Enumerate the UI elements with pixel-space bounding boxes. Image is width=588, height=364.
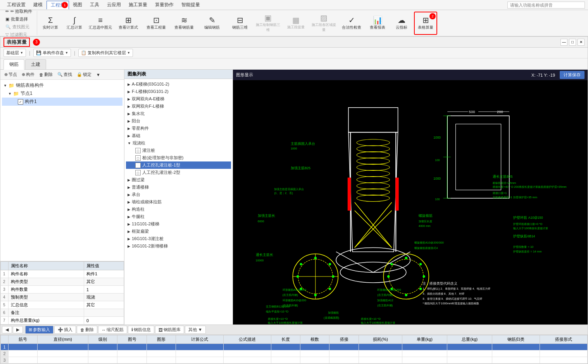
image-list-item[interactable]: ▶ F-L楼梯(03G101-2) (126, 88, 231, 95)
svg-text:5、插筋分段搭接  6、其他  7、对焊: 5、插筋分段搭接 6、其他 7、对焊 (422, 292, 464, 295)
image-list[interactable]: ▶ A-E楼梯(03G101-2) ▶ F-L楼梯(03G101-2) ▶ 双网… (124, 79, 233, 325)
construction-rebar-3d-button[interactable]: ▣ 施工绘制钢筋三维 (254, 12, 281, 35)
component-store-button[interactable]: 💾 单构件存盘 ▼ (33, 49, 71, 57)
lock-tree-button[interactable]: 🔒 锁定 (75, 71, 93, 78)
image-list-item[interactable]: ▶ 双网双向A-E楼梯 (126, 95, 231, 103)
menu-quantity-collab[interactable]: 算量协作 (151, 1, 178, 9)
window-titlebar: 表格算量 3 — □ ✕ (0, 36, 588, 47)
function-search-input[interactable] (507, 2, 585, 9)
svg-point-45 (419, 263, 422, 265)
image-list-item[interactable]: ▶ 承台 (126, 191, 231, 198)
menu-tools[interactable]: 工具 (86, 1, 103, 9)
delete-tree-button[interactable]: 🗑 删除 (38, 71, 54, 78)
menu-smart-quantity[interactable]: 智能提量 (178, 1, 204, 9)
maximize-button[interactable]: □ (569, 39, 576, 46)
image-list-item[interactable]: ▶ 普通楼梯 (126, 184, 231, 191)
realtime-calc-button[interactable]: Σ 实时计算 (39, 12, 62, 35)
image-list-item[interactable]: ▼ 现浇柱 (126, 139, 231, 147)
find-element-button[interactable]: 🔍 查找图元 (4, 24, 34, 30)
summary-calc-button[interactable]: ∫ 汇总计算 (63, 12, 86, 35)
close-button[interactable]: ✕ (578, 39, 585, 46)
image-list-item[interactable]: ▶ 16G101-2新增楼梯 (126, 242, 231, 250)
section-region-label: 施工段各区域提量 (310, 22, 337, 33)
summary-selected-button[interactable]: ≡ 汇总选中图元 (87, 12, 114, 35)
image-list-title: 图集列表 (124, 70, 233, 79)
more-tree-button[interactable]: ▼ (95, 72, 102, 78)
nav-next-button[interactable]: ▶ (13, 326, 23, 333)
table-row[interactable]: 1 (1, 344, 588, 350)
image-list-item[interactable]: ▶ 集水坑 (126, 110, 231, 117)
section-quantity-button[interactable]: ▦ 施工段提量 (282, 12, 309, 35)
calc-save-button[interactable]: 计算保存 (560, 71, 585, 79)
rebar-info-button[interactable]: ℹ 钢筋信息 (128, 326, 154, 334)
image-list-item[interactable]: ▶ 墙柱或砌体拉筋 (126, 198, 231, 206)
tab-civil[interactable]: 土建 (25, 59, 46, 69)
image-list-item[interactable]: ▶ 11G101-2楼梯 (126, 220, 231, 228)
menu-modeling[interactable]: 建模 (29, 1, 47, 9)
image-list-item[interactable]: ▶ 零星构件 (126, 125, 231, 132)
view-quantity-button[interactable]: ⊡ 查看工程量 (143, 12, 170, 35)
menu-view[interactable]: 视图 (69, 1, 86, 9)
image-list-item[interactable]: ▶ 圈过梁 (126, 176, 231, 184)
image-list-item[interactable]: □ 人工挖孔灌注桩-2型 (126, 169, 231, 176)
tree-area[interactable]: ▼ 📁 钢筋表格构件 ▼ 📁 节点1 ✓ 构件1 (0, 80, 124, 261)
table-row[interactable]: 3 (1, 357, 588, 364)
add-component-button[interactable]: ⊕ 构件 (20, 71, 36, 78)
table-row[interactable]: 2 (1, 350, 588, 357)
nav-prev-button[interactable]: ◀ (2, 326, 12, 333)
scale-rebar-button[interactable]: ↔ 缩尺配筋 (98, 326, 127, 334)
image-list-item[interactable]: ▶ 牛腿柱 (126, 213, 231, 220)
menu-construction-calc[interactable]: 施工算量 (125, 1, 151, 9)
tree-root[interactable]: ▼ 📁 钢筋表格构件 (2, 81, 122, 89)
floor-selector[interactable]: 基础层 ▼ (3, 49, 26, 57)
view-formula-button[interactable]: ⊞ 查看计算式 (115, 12, 142, 35)
tree-arrow-node1: ▼ (8, 92, 12, 96)
delete-row-button[interactable]: 🗑 删除 (77, 326, 97, 334)
svg-text:加密区长度: 加密区长度 (419, 220, 432, 223)
pick-component-button[interactable]: ✏ ✏ 拾取构件 (4, 8, 34, 15)
rebar-library-button[interactable]: 🖼 钢筋图库 (155, 326, 184, 334)
section-region-button[interactable]: ▨ 施工段各区域提量 (310, 12, 337, 35)
menu-engineering-quantity[interactable]: 工程量 1 (47, 1, 69, 9)
tabs-row: 钢筋 土建 (0, 58, 588, 70)
image-list-item[interactable]: ▶ 阳台 (126, 117, 231, 125)
batch-select-button[interactable]: ▣ 批量选择 (4, 16, 34, 22)
list-arrow: ▶ (128, 134, 130, 138)
menu-engineering-settings[interactable]: 工程设置 (3, 1, 29, 9)
image-list-item[interactable]: ▶ 16G101-3灌注桩 (126, 235, 231, 242)
tree-component1[interactable]: ✓ 构件1 (2, 98, 122, 106)
tab-rebar[interactable]: 钢筋 (3, 59, 24, 70)
col-formula-desc: 公式描述 (223, 335, 271, 344)
find-tree-button[interactable]: 🔍 查找 (56, 71, 74, 78)
other-button[interactable]: 其他 ▼ (185, 326, 206, 334)
param-input-button[interactable]: ⊞ 参数输入 (25, 326, 53, 334)
edit-rebar-button[interactable]: ✎ 编辑钢筋 (198, 12, 226, 35)
minimize-button[interactable]: — (560, 39, 567, 46)
add-node-button[interactable]: ⊕ 节点 (3, 71, 19, 78)
svg-text:加强箍筋: 加强箍筋 (328, 311, 339, 314)
image-list-item[interactable]: ▶ 基础 (126, 132, 231, 139)
cloud-index-button[interactable]: ☁ 云指标 (390, 12, 413, 35)
rebar-3d-button[interactable]: ⊟ 钢筋三维 (226, 12, 253, 35)
component-checkbox[interactable]: ✓ (18, 99, 23, 105)
image-list-item[interactable]: ▶ 构造柱 (126, 206, 231, 213)
menu-cloud[interactable]: 云应用 (103, 1, 125, 9)
list-item-label: 阳台 (132, 118, 140, 124)
svg-point-10 (357, 164, 390, 171)
view-report-button[interactable]: 📊 查看报表 (366, 12, 389, 35)
insert-button[interactable]: ➕ 插入 (54, 326, 76, 334)
legality-check-button[interactable]: ✓ 合法性检查 (338, 12, 365, 35)
table-calc-button[interactable]: ⊞ 表格算量 2 (414, 12, 437, 35)
image-list-item[interactable]: ▶ 双网双向F-L楼梯 (126, 103, 231, 110)
tree-node1[interactable]: ▼ 📁 节点1 (2, 89, 122, 98)
list-arrow: ▶ (128, 119, 130, 123)
view-rebar-button[interactable]: ≋ 查看钢筋量 (171, 12, 198, 35)
image-list-item[interactable]: □ 灌注桩 (126, 147, 231, 154)
filter-element-button[interactable]: ▽ 过滤图元 (4, 31, 34, 38)
image-list-item[interactable]: ▶ A-E楼梯(03G101-2) (126, 81, 231, 88)
image-list-item[interactable]: □ 人工挖孔灌注桩-1型 (126, 161, 231, 169)
copy-component-button[interactable]: 📋 复制构件到其它楼层 ▼ (78, 49, 133, 57)
image-list-item[interactable]: □ 桩(处理加密与非加密) (126, 154, 231, 161)
image-list-item[interactable]: ▶ 框架扁梁 (126, 228, 231, 235)
col-loss: 损耗(%) (359, 335, 402, 344)
